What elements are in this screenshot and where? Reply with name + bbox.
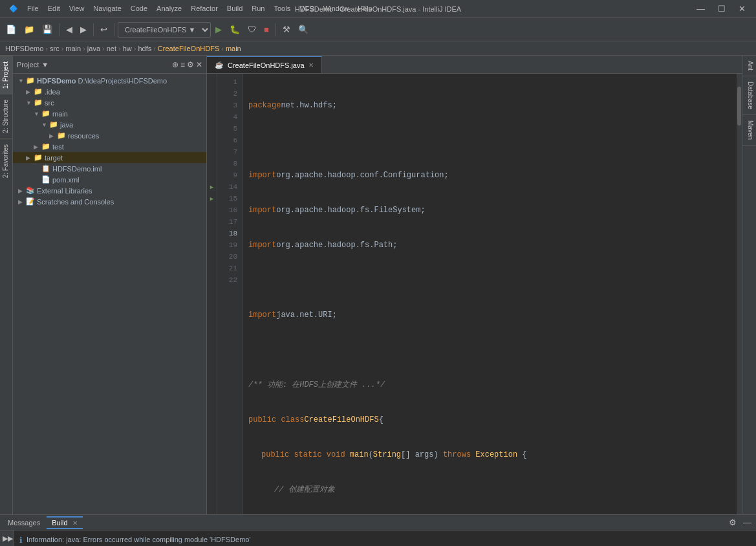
settings-icon[interactable]: ⚙ xyxy=(727,516,739,529)
database-tab[interactable]: Database xyxy=(742,76,756,115)
structure-tab[interactable]: 2: Structure xyxy=(0,94,12,138)
menu-refactor[interactable]: Refactor xyxy=(187,3,222,14)
code-line-7: import java.net.URI; xyxy=(248,309,731,321)
target-folder-icon: 📁 xyxy=(34,153,43,162)
code-content[interactable]: package net.hw.hdfs; import org.apache.h… xyxy=(243,74,737,514)
project-folder-icon: 📁 xyxy=(26,76,35,85)
run-config-dropdown[interactable]: CreateFileOnHDFS ▼ xyxy=(118,22,211,38)
menu-file[interactable]: File xyxy=(23,3,43,14)
breadcrumb-hw[interactable]: hw xyxy=(123,45,132,52)
menu-view[interactable]: View xyxy=(65,3,89,14)
menu-edit[interactable]: Edit xyxy=(44,3,64,14)
toolbar-separator-3 xyxy=(114,23,114,36)
search-button[interactable]: 🔍 xyxy=(295,23,312,36)
stop-button[interactable]: ■ xyxy=(261,23,272,36)
tree-ext-libs[interactable]: ▶ 📚 External Libraries xyxy=(13,185,206,196)
vertical-scrollbar[interactable] xyxy=(737,74,742,514)
favorites-tab[interactable]: 2: Favorites xyxy=(0,138,12,183)
code-line-9: /** 功能: 在HDFS上创建文件 ...*/ xyxy=(248,379,731,391)
main-area: 1: Project 2: Structure 2: Favorites Pro… xyxy=(0,56,756,514)
gutter-row-17 xyxy=(207,216,217,228)
breadcrumb-main[interactable]: main xyxy=(65,45,81,52)
open-button[interactable]: 📁 xyxy=(21,23,38,36)
menu-tools[interactable]: Tools xyxy=(270,3,294,14)
menu-navigate[interactable]: Navigate xyxy=(89,3,125,14)
new-file-button[interactable]: 📄 xyxy=(3,23,19,36)
back-button[interactable]: ◀ xyxy=(63,23,76,36)
maven-tab[interactable]: Maven xyxy=(742,115,756,146)
tree-idea[interactable]: ▶ 📁 .idea xyxy=(13,86,206,97)
play-side-icon[interactable]: ▶▶ xyxy=(1,533,12,544)
breadcrumb-hdfsdemo[interactable]: HDFSDemo xyxy=(5,45,43,52)
code-line-2 xyxy=(248,135,731,146)
menu-run[interactable]: Run xyxy=(248,3,268,14)
expand-icon: ▼ xyxy=(41,122,49,128)
tree-src[interactable]: ▼ 📁 src xyxy=(13,97,206,108)
build-tab[interactable]: Build ✕ xyxy=(47,516,83,529)
line-num-5: 5 xyxy=(217,123,243,135)
line-num-18: 18 xyxy=(217,228,243,239)
project-title[interactable]: Project ▼ xyxy=(17,61,49,69)
build-tab-label: Build xyxy=(52,519,67,527)
tree-iml[interactable]: ▶ 📋 HDFSDemo.iml xyxy=(13,163,206,174)
tree-test[interactable]: ▶ 📁 test xyxy=(13,141,206,152)
run-with-coverage[interactable]: 🛡 xyxy=(244,23,259,36)
message-row-1: ℹ Information: java: Errors occurred whi… xyxy=(14,533,756,546)
settings-icon[interactable]: ⚙ xyxy=(187,60,194,69)
new-item-icon[interactable]: ⊕ xyxy=(172,60,178,69)
menu-code[interactable]: Code xyxy=(127,3,151,14)
project-tab[interactable]: 1: Project xyxy=(0,56,12,94)
ant-tab[interactable]: Ant xyxy=(742,56,756,76)
save-button[interactable]: 💾 xyxy=(39,23,56,36)
gutter-row-1 xyxy=(207,76,217,88)
tree-resources[interactable]: ▶ 📁 resources xyxy=(13,130,206,141)
minimize-button[interactable]: — xyxy=(691,3,710,15)
messages-content: ℹ Information: java: Errors occurred whi… xyxy=(14,530,756,546)
breadcrumb-net[interactable]: net xyxy=(107,45,116,52)
close-button[interactable]: ✕ xyxy=(733,3,751,15)
breadcrumb-class[interactable]: CreateFileOnHDFS xyxy=(158,45,219,52)
editor-tab-createfileonhdfs[interactable]: ☕ CreateFileOnHDFS.java ✕ xyxy=(207,56,322,73)
gutter-row-14: ▶ xyxy=(207,181,217,193)
tree-root[interactable]: ▼ 📁 HDFSDemo D:\IdeaProjects\HDFSDemo xyxy=(13,75,206,86)
breadcrumb-java[interactable]: java xyxy=(87,45,100,52)
java-folder-icon: 📁 xyxy=(49,120,58,129)
tree-java[interactable]: ▼ 📁 java xyxy=(13,119,206,130)
gutter-row-7 xyxy=(207,146,217,158)
chevron-down-icon[interactable]: ▼ xyxy=(41,61,49,69)
iml-file-icon: 📋 xyxy=(41,164,50,173)
undo-button[interactable]: ↩ xyxy=(97,23,111,36)
build-project-button[interactable]: ⚒ xyxy=(279,23,294,36)
collapse-all-icon[interactable]: ≡ xyxy=(180,60,185,69)
line-num-20: 20 xyxy=(217,251,243,263)
close-panel-icon[interactable]: ✕ xyxy=(196,60,202,69)
menu-build[interactable]: Build xyxy=(223,3,246,14)
window-controls[interactable]: — ☐ ✕ xyxy=(691,3,751,15)
close-bottom-panel-icon[interactable]: — xyxy=(741,516,753,529)
line-num-22: 22 xyxy=(217,274,243,286)
tree-target[interactable]: ▶ 📁 target xyxy=(13,152,206,163)
breadcrumb-src[interactable]: src xyxy=(50,45,59,52)
menu-analyze[interactable]: Analyze xyxy=(153,3,186,14)
tree-scratches[interactable]: ▶ 📝 Scratches and Consoles xyxy=(13,196,206,207)
breadcrumb-hdfs[interactable]: hdfs xyxy=(138,45,151,52)
breadcrumb-method[interactable]: main xyxy=(226,45,241,52)
messages-side-icons: ▶▶ ■ ℹ ⚠ 🔧 xyxy=(0,530,14,546)
messages-body: ▶▶ ■ ℹ ⚠ 🔧 ℹ Information: java: Errors o… xyxy=(0,530,756,546)
project-panel: Project ▼ ⊕ ≡ ⚙ ✕ ▼ 📁 HDFSDemo D:\IdeaPr… xyxy=(13,56,207,514)
code-editor[interactable]: ▶ ▶ 1 2 3 4 5 6 7 8 9 14 xyxy=(207,74,742,514)
messages-tab[interactable]: Messages xyxy=(3,518,45,528)
maximize-button[interactable]: ☐ xyxy=(713,3,731,15)
debug-button[interactable]: 🐛 xyxy=(226,23,243,36)
messages-tab-label: Messages xyxy=(8,519,40,527)
tree-main[interactable]: ▼ 📁 main xyxy=(13,108,206,119)
expand-icon: ▼ xyxy=(26,100,34,106)
tree-pom[interactable]: ▶ 📄 pom.xml xyxy=(13,174,206,185)
scrollbar-thumb[interactable] xyxy=(737,87,741,126)
run-button[interactable]: ▶ xyxy=(212,23,225,36)
close-build-tab-icon[interactable]: ✕ xyxy=(72,519,78,527)
editor-gutter: ▶ ▶ xyxy=(207,74,217,514)
forward-button[interactable]: ▶ xyxy=(77,23,90,36)
close-tab-button[interactable]: ✕ xyxy=(308,61,314,69)
expand-icon: ▶ xyxy=(49,133,57,139)
